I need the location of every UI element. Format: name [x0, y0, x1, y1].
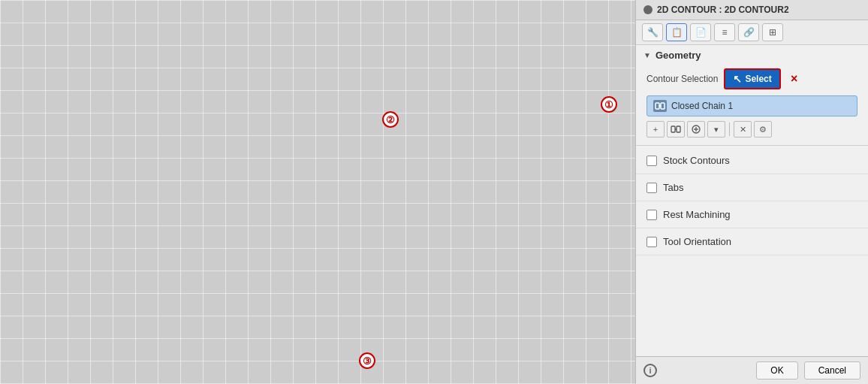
ok-button[interactable]: OK: [756, 361, 797, 379]
panel-toolbar: 🔧 📋 📄 ≡ 🔗 ⊞: [636, 20, 868, 45]
svg-rect-22: [656, 103, 659, 109]
annotation-2: ②: [382, 111, 399, 128]
geometry-section-label: Geometry: [656, 50, 701, 61]
stock-contours-item[interactable]: Stock Contours: [636, 147, 868, 174]
panel-title: 2D CONTOUR : 2D CONTOUR2: [657, 5, 789, 15]
title-bar: 2D CONTOUR : 2D CONTOUR2: [636, 0, 868, 20]
chain-add3-button[interactable]: [687, 121, 705, 138]
rest-machining-item[interactable]: Rest Machining: [636, 201, 868, 228]
chain-toolbar: + ▾ ✕ ⚙: [636, 118, 868, 144]
annotation-3: ③: [359, 352, 375, 369]
bottom-bar: i OK Cancel: [636, 356, 868, 384]
tool-button[interactable]: 🔧: [642, 23, 663, 41]
page-button[interactable]: 📄: [690, 23, 711, 41]
panel-content: ▼ Geometry Contour Selection ↖ Select × …: [636, 45, 868, 356]
geometry-section-header[interactable]: ▼ Geometry: [636, 45, 868, 65]
rest-machining-checkbox[interactable]: [646, 210, 657, 220]
geometry-triangle-icon: ▼: [643, 51, 651, 59]
svg-point-9: [125, 112, 225, 113]
copy-button[interactable]: 📋: [666, 23, 687, 41]
tool-orientation-item[interactable]: Tool Orientation: [636, 228, 868, 255]
tabs-checkbox[interactable]: [646, 183, 657, 193]
table-button[interactable]: ⊞: [762, 23, 783, 41]
viewport: Z Y X ① ② ③: [0, 0, 635, 384]
annotation-1: ①: [601, 96, 617, 113]
tool-orientation-label: Tool Orientation: [663, 236, 731, 247]
chain-icon: [653, 100, 667, 112]
tabs-label: Tabs: [663, 182, 683, 193]
chain-add2-button[interactable]: [667, 121, 685, 138]
chain-item-label: Closed Chain 1: [671, 101, 733, 111]
chain-delete-button[interactable]: ✕: [734, 121, 752, 138]
svg-rect-26: [677, 126, 680, 132]
chain-separator: [729, 122, 730, 136]
svg-rect-23: [661, 103, 665, 109]
list-button[interactable]: ≡: [714, 23, 735, 41]
title-dot-icon: [643, 5, 653, 14]
contour-selection-label: Contour Selection: [646, 74, 718, 84]
link-button[interactable]: 🔗: [738, 23, 759, 41]
svg-rect-25: [671, 126, 675, 132]
cursor-icon: ↖: [733, 73, 742, 85]
right-panel: 2D CONTOUR : 2D CONTOUR2 🔧 📋 📄 ≡ 🔗 ⊞ ▼ G…: [635, 0, 868, 384]
tabs-item[interactable]: Tabs: [636, 174, 868, 201]
stock-contours-label: Stock Contours: [663, 155, 730, 166]
chain-item[interactable]: Closed Chain 1: [646, 95, 857, 116]
contour-selection-row: Contour Selection ↖ Select ×: [636, 65, 868, 92]
delete-contour-button[interactable]: ×: [787, 71, 802, 86]
chain-add-button[interactable]: +: [646, 121, 665, 138]
chain-settings-button[interactable]: ⚙: [754, 121, 772, 138]
select-button-label: Select: [745, 74, 771, 84]
info-icon[interactable]: i: [643, 364, 657, 377]
select-button[interactable]: ↖ Select: [724, 68, 780, 89]
stock-contours-checkbox[interactable]: [646, 156, 657, 166]
cancel-button[interactable]: Cancel: [804, 361, 860, 379]
chain-dropdown-button[interactable]: ▾: [707, 121, 725, 138]
tool-orientation-checkbox[interactable]: [646, 237, 657, 247]
rest-machining-label: Rest Machining: [663, 209, 731, 220]
scene-svg: Z Y X: [0, 0, 225, 113]
divider-1: [636, 145, 868, 146]
